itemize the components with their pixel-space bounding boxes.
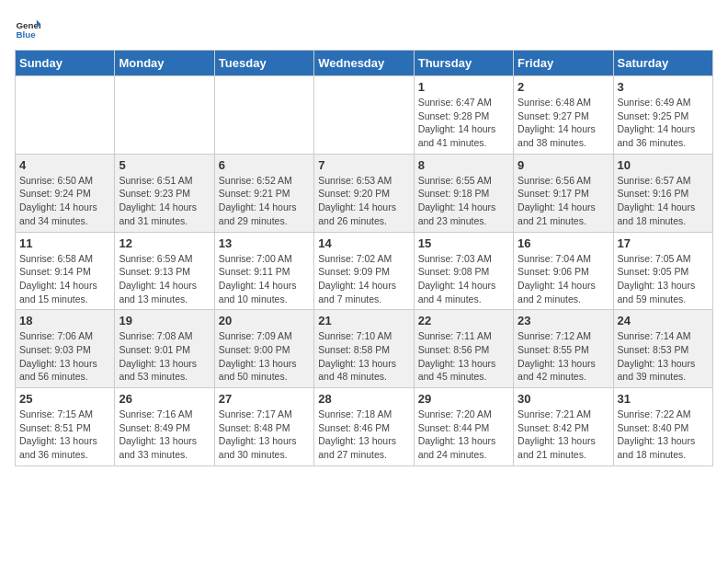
day-number: 27 [219,392,310,406]
calendar-cell [115,76,214,155]
calendar-cell: 14Sunrise: 7:02 AM Sunset: 9:09 PM Dayli… [314,232,414,310]
day-number: 23 [518,314,609,327]
day-number: 29 [418,392,509,406]
calendar-cell [214,76,313,155]
calendar-cell: 20Sunrise: 7:09 AM Sunset: 9:00 PM Dayli… [214,310,313,388]
calendar-week-row: 1Sunrise: 6:47 AM Sunset: 9:28 PM Daylig… [16,76,713,155]
day-number: 9 [518,158,609,172]
calendar-cell: 8Sunrise: 6:55 AM Sunset: 9:18 PM Daylig… [414,154,513,232]
day-number: 16 [518,236,609,250]
day-info: Sunrise: 6:58 AM Sunset: 9:14 PM Dayligh… [19,252,110,306]
day-number: 4 [19,158,110,172]
calendar-cell: 28Sunrise: 7:18 AM Sunset: 8:46 PM Dayli… [314,388,414,466]
day-info: Sunrise: 6:52 AM Sunset: 9:21 PM Dayligh… [219,174,310,228]
calendar-cell: 2Sunrise: 6:48 AM Sunset: 9:27 PM Daylig… [514,76,613,155]
day-info: Sunrise: 6:51 AM Sunset: 9:23 PM Dayligh… [119,174,210,228]
day-number: 15 [418,236,509,250]
day-number: 1 [418,80,509,94]
calendar-week-row: 11Sunrise: 6:58 AM Sunset: 9:14 PM Dayli… [16,232,713,310]
day-info: Sunrise: 7:04 AM Sunset: 9:06 PM Dayligh… [518,252,609,306]
day-info: Sunrise: 6:55 AM Sunset: 9:18 PM Dayligh… [418,174,509,228]
calendar-cell: 27Sunrise: 7:17 AM Sunset: 8:48 PM Dayli… [214,388,313,466]
calendar-header-row: SundayMondayTuesdayWednesdayThursdayFrid… [16,51,713,76]
calendar-cell: 3Sunrise: 6:49 AM Sunset: 9:25 PM Daylig… [613,76,712,155]
svg-text:Blue: Blue [16,29,36,40]
calendar-cell: 31Sunrise: 7:22 AM Sunset: 8:40 PM Dayli… [613,388,712,466]
day-number: 11 [19,236,110,250]
day-number: 22 [418,314,509,327]
day-info: Sunrise: 6:57 AM Sunset: 9:16 PM Dayligh… [618,174,709,228]
calendar-cell: 9Sunrise: 6:56 AM Sunset: 9:17 PM Daylig… [514,154,613,232]
day-number: 17 [618,236,709,250]
calendar-week-row: 4Sunrise: 6:50 AM Sunset: 9:24 PM Daylig… [16,154,713,232]
day-info: Sunrise: 7:20 AM Sunset: 8:44 PM Dayligh… [418,408,509,462]
day-info: Sunrise: 7:11 AM Sunset: 8:56 PM Dayligh… [418,329,509,384]
calendar-cell: 5Sunrise: 6:51 AM Sunset: 9:23 PM Daylig… [115,154,214,232]
day-header-thursday: Thursday [414,51,513,76]
calendar-week-row: 18Sunrise: 7:06 AM Sunset: 9:03 PM Dayli… [16,310,713,388]
day-info: Sunrise: 7:14 AM Sunset: 8:53 PM Dayligh… [618,329,709,384]
day-info: Sunrise: 7:16 AM Sunset: 8:49 PM Dayligh… [119,408,210,462]
calendar-cell: 19Sunrise: 7:08 AM Sunset: 9:01 PM Dayli… [115,310,214,388]
calendar-cell: 13Sunrise: 7:00 AM Sunset: 9:11 PM Dayli… [214,232,313,310]
calendar-cell: 26Sunrise: 7:16 AM Sunset: 8:49 PM Dayli… [115,388,214,466]
calendar-cell: 16Sunrise: 7:04 AM Sunset: 9:06 PM Dayli… [514,232,613,310]
calendar-cell [16,76,115,155]
calendar-cell: 29Sunrise: 7:20 AM Sunset: 8:44 PM Dayli… [414,388,513,466]
day-info: Sunrise: 6:53 AM Sunset: 9:20 PM Dayligh… [318,174,409,228]
logo: General Blue [15,15,44,40]
day-number: 26 [119,392,210,406]
day-info: Sunrise: 6:48 AM Sunset: 9:27 PM Dayligh… [518,96,609,150]
day-number: 13 [219,236,310,250]
day-info: Sunrise: 7:05 AM Sunset: 9:05 PM Dayligh… [618,252,709,306]
calendar-cell: 4Sunrise: 6:50 AM Sunset: 9:24 PM Daylig… [16,154,115,232]
day-number: 14 [318,236,409,250]
calendar-cell: 30Sunrise: 7:21 AM Sunset: 8:42 PM Dayli… [514,388,613,466]
day-number: 30 [518,392,609,406]
logo-icon: General Blue [15,15,40,40]
day-header-friday: Friday [514,51,613,76]
day-header-tuesday: Tuesday [214,51,313,76]
day-number: 8 [418,158,509,172]
day-info: Sunrise: 7:02 AM Sunset: 9:09 PM Dayligh… [318,252,409,306]
day-info: Sunrise: 7:03 AM Sunset: 9:08 PM Dayligh… [418,252,509,306]
day-info: Sunrise: 7:21 AM Sunset: 8:42 PM Dayligh… [518,408,609,462]
day-header-monday: Monday [115,51,214,76]
day-header-saturday: Saturday [613,51,712,76]
calendar-cell: 7Sunrise: 6:53 AM Sunset: 9:20 PM Daylig… [314,154,414,232]
day-number: 3 [618,80,709,94]
calendar-cell: 24Sunrise: 7:14 AM Sunset: 8:53 PM Dayli… [613,310,712,388]
day-header-sunday: Sunday [16,51,115,76]
day-info: Sunrise: 6:49 AM Sunset: 9:25 PM Dayligh… [618,96,709,150]
day-number: 31 [618,392,709,406]
day-number: 24 [618,314,709,327]
day-number: 25 [19,392,110,406]
calendar-cell: 6Sunrise: 6:52 AM Sunset: 9:21 PM Daylig… [214,154,313,232]
day-number: 7 [318,158,409,172]
day-number: 5 [119,158,210,172]
day-info: Sunrise: 7:08 AM Sunset: 9:01 PM Dayligh… [119,329,210,384]
calendar-cell: 18Sunrise: 7:06 AM Sunset: 9:03 PM Dayli… [16,310,115,388]
calendar-cell: 17Sunrise: 7:05 AM Sunset: 9:05 PM Dayli… [613,232,712,310]
day-info: Sunrise: 7:06 AM Sunset: 9:03 PM Dayligh… [19,329,110,384]
calendar-cell: 22Sunrise: 7:11 AM Sunset: 8:56 PM Dayli… [414,310,513,388]
calendar: SundayMondayTuesdayWednesdayThursdayFrid… [15,50,713,466]
day-header-wednesday: Wednesday [314,51,414,76]
calendar-cell: 10Sunrise: 6:57 AM Sunset: 9:16 PM Dayli… [613,154,712,232]
day-info: Sunrise: 6:56 AM Sunset: 9:17 PM Dayligh… [518,174,609,228]
day-number: 20 [219,314,310,327]
day-number: 6 [219,158,310,172]
day-info: Sunrise: 7:18 AM Sunset: 8:46 PM Dayligh… [318,408,409,462]
calendar-cell: 1Sunrise: 6:47 AM Sunset: 9:28 PM Daylig… [414,76,513,155]
day-info: Sunrise: 6:59 AM Sunset: 9:13 PM Dayligh… [119,252,210,306]
day-info: Sunrise: 7:12 AM Sunset: 8:55 PM Dayligh… [518,329,609,384]
calendar-cell: 12Sunrise: 6:59 AM Sunset: 9:13 PM Dayli… [115,232,214,310]
day-info: Sunrise: 7:15 AM Sunset: 8:51 PM Dayligh… [19,408,110,462]
day-info: Sunrise: 7:00 AM Sunset: 9:11 PM Dayligh… [219,252,310,306]
day-number: 18 [19,314,110,327]
day-info: Sunrise: 7:17 AM Sunset: 8:48 PM Dayligh… [219,408,310,462]
calendar-cell [314,76,414,155]
calendar-cell: 25Sunrise: 7:15 AM Sunset: 8:51 PM Dayli… [16,388,115,466]
day-info: Sunrise: 7:22 AM Sunset: 8:40 PM Dayligh… [618,408,709,462]
header: General Blue [15,15,713,40]
